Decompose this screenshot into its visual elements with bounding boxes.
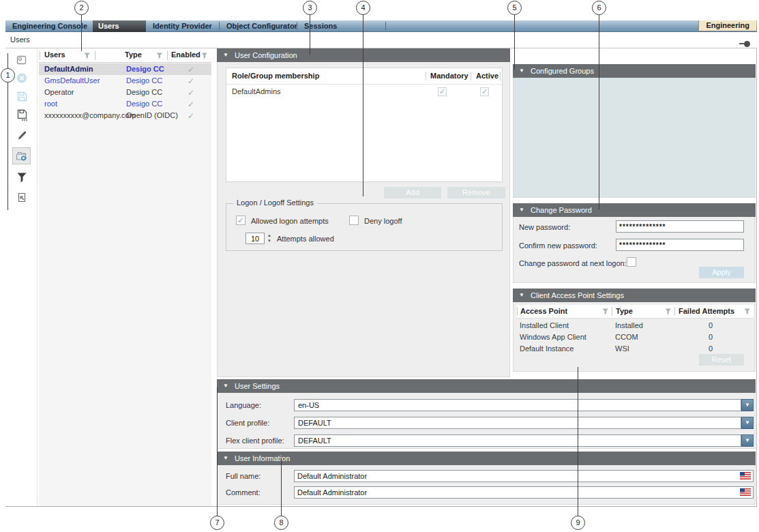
attempts-allowed-input[interactable]: 10 [245,233,265,244]
column-header-users[interactable]: Users [44,50,65,59]
callout-line-8 [281,458,282,516]
tag-icon [15,55,28,66]
role-group-table: Role/Group membership Mandatory Active D… [226,68,503,182]
toolbar-button-save[interactable] [12,88,31,105]
language-dropdown-button[interactable]: ▼ [741,399,754,411]
confirm-password-field[interactable] [616,239,744,251]
language-combobox[interactable]: en-US [294,399,741,411]
callout-line-4 [363,14,363,196]
change-at-next-logon-checkbox[interactable] [627,257,636,267]
toolbar-button-configure-groups[interactable] [12,147,31,164]
user-row[interactable]: Operator Desigo CC ✓ [39,87,211,98]
save-as-icon [16,108,28,121]
callout-2: 2 [74,1,89,15]
pin-icon[interactable] [739,39,750,47]
reset-button[interactable]: Reset [699,354,744,366]
callout-3: 3 [303,1,317,15]
user-row[interactable]: GmsDefaultUser Desigo CC ✓ [39,75,211,87]
active-checkbox[interactable]: ✓ [480,87,489,96]
collapse-icon: ▼ [519,289,524,302]
column-header-active: Active [476,72,498,80]
attempts-spinner[interactable]: ▲ ▼ [266,233,273,244]
callout-4: 4 [356,1,370,15]
access-point-row[interactable]: Windows App Client CCOM 0 [516,331,754,343]
filter-funnel-icon[interactable] [665,308,672,315]
toolbar-button-delete[interactable] [12,70,31,87]
user-row[interactable]: xxxxxxxxxx@company.com OpenID (OIDC) ✓ [39,110,211,121]
callout-line-5 [514,14,515,70]
remove-button[interactable]: Remove [447,187,505,198]
comment-field[interactable] [294,486,754,499]
filter-funnel-icon[interactable] [84,53,91,59]
tab-sessions[interactable]: Sessions [299,20,342,32]
callout-1: 1 [1,68,15,83]
configured-groups-body [513,78,756,198]
access-point-table-header: Access Point Type Failed Attempts [516,305,754,319]
change-password-body: New password: Confirm new password: Chan… [513,217,756,283]
language-label: Language: [226,401,261,409]
attempts-allowed-label: Attempts allowed [277,235,334,243]
add-button[interactable]: Add [384,187,441,198]
tab-users[interactable]: Users [93,20,146,32]
tab-engineering-console[interactable]: Engineering Console [7,20,93,32]
column-header-type: Type [616,307,633,315]
enabled-check-icon: ✓ [188,76,194,87]
user-information-header[interactable]: ▼ User Information [217,452,756,465]
role-group-row[interactable]: DefaultAdmins ✓ ✓ [226,85,502,98]
group-title: Logon / Logoff Settings [233,198,317,207]
engineering-mode-button[interactable]: Engineering [698,20,756,31]
toolbar-button-export[interactable] [12,189,31,206]
client-profile-dropdown-button[interactable]: ▼ [741,417,754,429]
full-name-field[interactable] [294,470,754,482]
client-access-point-body: Access Point Type Failed Attempts Instal… [513,302,756,372]
user-row[interactable]: root Desigo CC ✓ [39,98,211,110]
users-list-panel: Users Type Enabled DefaultAdmin Desigo C… [39,48,211,506]
filter-funnel-icon[interactable] [602,308,610,315]
collapse-icon: ▼ [223,379,228,393]
column-header-mandatory: Mandatory [430,72,468,80]
tab-separator [297,22,297,30]
new-password-field[interactable] [616,220,744,233]
tab-identity-provider[interactable]: Identity Provider [147,20,218,32]
access-point-row[interactable]: Default Instance WSI 0 [516,343,754,355]
collapse-icon: ▼ [519,64,524,78]
filter-funnel-icon[interactable] [156,53,164,59]
role-group-table-header: Role/Group membership Mandatory Active [226,68,502,85]
access-point-row[interactable]: Installed Client Installed 0 [516,320,754,331]
user-settings-header[interactable]: ▼ User Settings [217,379,756,393]
toolbar-button-filter[interactable] [12,168,31,186]
chevron-down-icon: ▼ [745,437,750,443]
filter-funnel-icon[interactable] [201,53,209,59]
users-list-header: Users Type Enabled [39,48,211,63]
chevron-down-icon: ▼ [745,402,750,408]
configured-groups-header[interactable]: ▼ Configured Groups [513,64,756,78]
callout-line-6 [599,14,599,209]
flex-client-profile-dropdown-button[interactable]: ▼ [741,434,754,447]
column-header-enabled[interactable]: Enabled [171,50,200,59]
comment-label: Comment: [226,488,261,497]
callout-line-2 [81,14,82,51]
client-access-point-header[interactable]: ▼ Client Access Point Settings [513,289,756,302]
callout-8: 8 [274,516,288,530]
callout-9: 9 [571,516,585,530]
toolbar-button-tag[interactable] [12,52,31,69]
filter-icon [16,171,28,183]
apply-button[interactable]: Apply [699,267,744,278]
client-profile-combobox[interactable]: DEFAULT [294,417,741,429]
allowed-logon-attempts-checkbox[interactable]: ✓ [236,216,245,225]
client-profile-label: Client profile: [226,419,269,427]
column-header-type[interactable]: Type [125,50,142,59]
deny-logoff-checkbox[interactable] [349,216,359,225]
column-header-failed-attempts: Failed Attempts [679,307,734,315]
filter-funnel-icon[interactable] [744,308,751,315]
toolbar-button-edit[interactable] [12,127,31,144]
change-password-header[interactable]: ▼ Change Password [513,203,756,217]
collapse-icon: ▼ [223,452,228,465]
tab-separator [219,22,220,30]
toolbar-button-save-as[interactable] [12,106,31,123]
flex-client-profile-combobox[interactable]: DEFAULT [294,434,741,447]
tab-object-configurator[interactable]: Object Configurator [221,20,303,32]
mandatory-checkbox[interactable]: ✓ [438,87,447,96]
user-configuration-header[interactable]: ▼ User Configuration [217,48,510,62]
user-row[interactable]: DefaultAdmin Desigo CC ✓ [39,63,211,75]
